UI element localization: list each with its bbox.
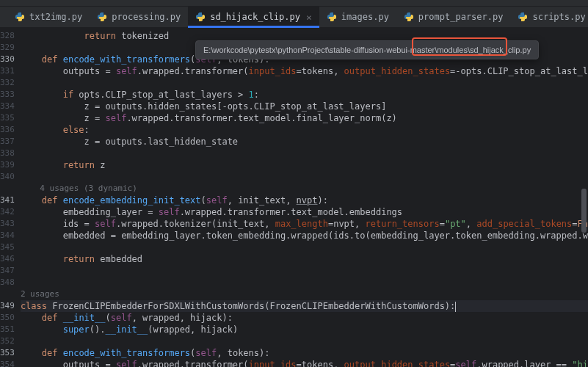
line-number[interactable]: 352 <box>0 335 21 347</box>
line-number-gutter[interactable]: 328 329 330 331 332 333 334 335 336 337 … <box>0 27 21 367</box>
line-number[interactable]: 338 <box>0 148 21 159</box>
usage-hint[interactable]: 2 usages <box>21 288 588 300</box>
code-line[interactable]: outputs = self.wrapped.transformer(input… <box>21 65 588 77</box>
vertical-scrollbar[interactable] <box>580 27 587 367</box>
python-icon <box>518 12 528 22</box>
titlebar-fragment <box>0 0 588 7</box>
python-icon <box>15 12 25 22</box>
tab-prompt-parser[interactable]: prompt_parser.py <box>396 7 511 27</box>
line-number[interactable]: 333 <box>0 89 21 101</box>
code-line[interactable]: class FrozenCLIPEmbedderForSDXLWithCusto… <box>21 300 588 312</box>
code-area[interactable]: return tokenized def encode_with_transfo… <box>21 27 588 367</box>
python-icon <box>327 12 337 22</box>
line-number[interactable]: 351 <box>0 324 21 335</box>
tab-scripts[interactable]: scripts.py <box>510 7 588 27</box>
line-number[interactable]: 350 <box>0 312 21 324</box>
tab-images[interactable]: images.py <box>319 7 396 27</box>
code-line[interactable]: embedding_layer = self.wrapped.transform… <box>21 206 588 218</box>
tab-label: images.py <box>341 12 389 22</box>
line-number[interactable]: 342 <box>0 206 21 218</box>
tab-label: txt2img.py <box>29 12 82 22</box>
code-line[interactable]: z = self.wrapped.transformer.text_model.… <box>21 112 588 124</box>
line-number[interactable]: 344 <box>0 230 21 241</box>
line-number[interactable]: 348 <box>0 277 21 288</box>
line-number[interactable]: 334 <box>0 101 21 112</box>
line-number[interactable]: 332 <box>0 77 21 89</box>
code-line[interactable]: def __init__(self, wrapped, hijack): <box>21 312 588 324</box>
editor: 328 329 330 331 332 333 334 335 336 337 … <box>0 27 588 367</box>
tab-label: scripts.py <box>532 12 585 22</box>
tab-label: processing.py <box>112 12 181 22</box>
line-number[interactable]: 339 <box>0 159 21 171</box>
scrollbar-thumb[interactable] <box>581 189 587 233</box>
tab-txt2img[interactable]: txt2img.py <box>7 7 90 27</box>
line-number[interactable]: 330 <box>0 54 21 65</box>
code-line[interactable]: else: <box>21 124 588 136</box>
line-number[interactable]: 328 <box>0 30 21 42</box>
line-number[interactable]: 329 <box>0 42 21 54</box>
code-line[interactable]: embedded = embedding_layer.token_embeddi… <box>21 230 588 241</box>
usage-hint[interactable]: 4 usages (3 dynamic) <box>21 183 588 195</box>
line-number[interactable]: 336 <box>0 124 21 136</box>
line-number[interactable] <box>0 183 21 195</box>
close-icon[interactable]: × <box>306 12 312 23</box>
code-line[interactable] <box>21 265 588 277</box>
code-line[interactable]: z = outputs.hidden_states[-opts.CLIP_sto… <box>21 101 588 112</box>
tooltip-path-highlight: modules\sd_hijack_clip.py <box>437 46 531 54</box>
tooltip-path-prefix: E:\workcode\pytestx\pythonProject\stable… <box>203 46 437 54</box>
line-number[interactable] <box>0 288 21 300</box>
code-line[interactable] <box>21 77 588 89</box>
tab-processing[interactable]: processing.py <box>90 7 188 27</box>
code-line[interactable]: super().__init__(wrapped, hijack) <box>21 324 588 335</box>
file-path-tooltip: E:\workcode\pytestx\pythonProject\stable… <box>195 40 539 59</box>
text-cursor <box>455 302 456 312</box>
line-number[interactable]: 337 <box>0 136 21 148</box>
code-line[interactable] <box>21 277 588 288</box>
editor-tabs: txt2img.py processing.py sd_hijack_clip.… <box>0 7 588 27</box>
tab-sd-hijack-clip[interactable]: sd_hijack_clip.py × <box>188 7 319 27</box>
code-line[interactable]: if opts.CLIP_stop_at_last_layers > 1: <box>21 89 588 101</box>
line-number[interactable]: 347 <box>0 265 21 277</box>
code-line[interactable] <box>21 241 588 253</box>
line-number[interactable]: 353 <box>0 347 21 359</box>
code-line[interactable] <box>21 171 588 183</box>
python-icon <box>404 12 414 22</box>
code-line[interactable]: z = outputs.last_hidden_state <box>21 136 588 148</box>
code-line[interactable]: def encode_with_transformers(self, token… <box>21 347 588 359</box>
code-line[interactable]: outputs = self.wrapped.transformer(input… <box>21 359 588 367</box>
code-line[interactable]: return z <box>21 159 588 171</box>
tab-label: prompt_parser.py <box>418 12 504 22</box>
tab-label: sd_hijack_clip.py <box>210 12 300 22</box>
line-number[interactable]: 349 <box>0 300 21 312</box>
code-line[interactable] <box>21 335 588 347</box>
line-number[interactable]: 346 <box>0 253 21 265</box>
line-number[interactable]: 340 <box>0 171 21 183</box>
line-number[interactable]: 354 <box>0 359 21 367</box>
code-line[interactable]: ids = self.wrapped.tokenizer(init_text, … <box>21 218 588 230</box>
code-line[interactable] <box>21 148 588 159</box>
line-number[interactable]: 343 <box>0 218 21 230</box>
python-icon <box>195 12 206 22</box>
code-line[interactable]: return embedded <box>21 253 588 265</box>
line-number[interactable]: 345 <box>0 241 21 253</box>
line-number[interactable]: 335 <box>0 112 21 124</box>
line-number[interactable]: 341 <box>0 195 21 206</box>
python-icon <box>97 12 107 22</box>
line-number[interactable]: 331 <box>0 65 21 77</box>
code-line[interactable]: def encode_embedding_init_text(self, ini… <box>21 195 588 206</box>
